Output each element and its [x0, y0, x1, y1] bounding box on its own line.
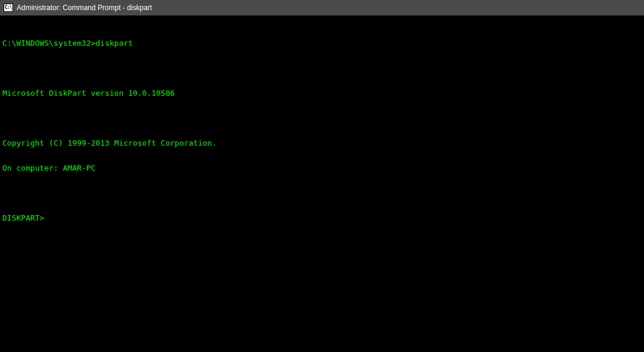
blank-line [2, 189, 642, 197]
window-title: Administrator: Command Prompt - diskpart [17, 4, 152, 12]
entered-command: diskpart [96, 39, 133, 48]
computer-line: On computer: AMAR-PC [2, 164, 642, 172]
window-titlebar[interactable]: C:\ Administrator: Command Prompt - disk… [0, 0, 644, 15]
version-line: Microsoft DiskPart version 10.0.10586 [2, 89, 642, 98]
terminal-line: C:\WINDOWS\system32>diskpart [2, 39, 642, 48]
blank-line [2, 114, 642, 122]
diskpart-prompt: DISKPART> [2, 214, 642, 222]
prompt-path: C:\WINDOWS\system32> [2, 39, 96, 48]
copyright-line: Copyright (C) 1999-2013 Microsoft Corpor… [2, 139, 642, 147]
cmd-icon: C:\ [4, 4, 13, 12]
blank-line [2, 64, 642, 73]
terminal-area[interactable]: C:\WINDOWS\system32>diskpart Microsoft D… [0, 15, 644, 233]
cmd-icon-text: C:\ [5, 5, 11, 10]
